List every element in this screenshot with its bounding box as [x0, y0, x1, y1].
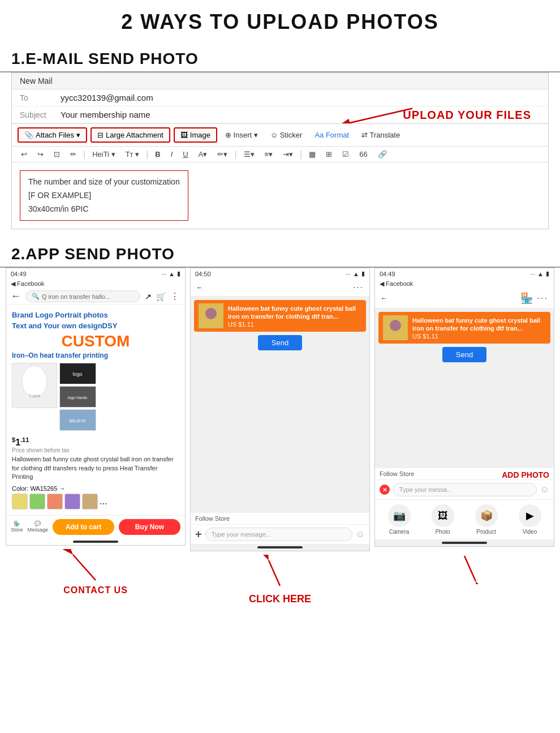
product-icon: 📦 — [475, 504, 498, 527]
phone2-more-icon[interactable]: ··· — [353, 282, 364, 293]
message-icon: 💬 — [35, 521, 41, 526]
phone3-send-btn[interactable]: Send — [442, 347, 486, 362]
shop-icon[interactable]: 🏪 — [520, 292, 533, 305]
phone3-network: Facebook — [386, 280, 413, 287]
phone3-home-bar — [442, 542, 487, 544]
main-title: 2 WAYS TO UPLOAD PHOTOS — [0, 0, 560, 40]
more-options-icon[interactable]: ⋮ — [170, 291, 180, 302]
plus-circle-icon: ⊕ — [225, 131, 231, 139]
phone3-emoji-btn[interactable]: ☺ — [540, 485, 549, 495]
align-btn[interactable]: ≡▾ — [261, 149, 277, 160]
swatch1[interactable] — [12, 494, 28, 509]
highlight-btn[interactable]: ✏▾ — [214, 149, 231, 160]
add-photo-arrow — [419, 550, 510, 584]
list-btn[interactable]: ☰▾ — [240, 149, 258, 160]
phone3-time: 04:49 — [380, 271, 395, 277]
image-btn[interactable]: 🖼 Image — [174, 127, 217, 143]
bold-btn[interactable]: B — [152, 149, 163, 160]
font-selector[interactable]: HeiTi ▾ — [89, 149, 118, 160]
svg-text:logo hands: logo hands — [68, 396, 88, 400]
insert-btn[interactable]: ⊕ Insert ▾ — [221, 128, 262, 142]
video-item[interactable]: ▶ Video — [519, 504, 541, 535]
phone1-swatches: ... — [12, 494, 179, 509]
phone1-color-row: Color: WA15265 → — [12, 483, 179, 494]
phone2-back-btn[interactable]: ← — [196, 284, 203, 292]
share-icon[interactable]: ↗ — [145, 292, 152, 301]
format-btn[interactable]: Aa Format — [310, 128, 354, 142]
svg-text:logo: logo — [72, 371, 82, 377]
phone3-back-btn[interactable]: ← — [381, 294, 387, 302]
swatch4[interactable] — [64, 494, 80, 509]
sticker-btn[interactable]: ☺ Sticker — [266, 128, 307, 142]
message-btn[interactable]: 💬 Message — [28, 521, 49, 533]
phone2-nav: ← ··· — [191, 279, 369, 297]
back-arrow-icon: ◀ — [11, 280, 15, 287]
large-attachment-label: Large Attachment — [106, 131, 163, 139]
battery-icon3: ▮ — [546, 270, 549, 277]
erase-btn[interactable]: ✏ — [67, 149, 80, 160]
font-size-selector[interactable]: Tт ▾ — [122, 149, 143, 160]
phone1-back-btn[interactable]: ← — [11, 290, 21, 302]
phone3-annotation — [374, 550, 554, 584]
body-line1: The number and size of your customizatio… — [28, 175, 180, 189]
large-attachment-btn[interactable]: ⊟ Large Attachment — [91, 127, 170, 143]
product-item[interactable]: 📦 Product — [475, 504, 498, 535]
quotes-btn[interactable]: 66 — [356, 149, 371, 160]
phone2-emoji-btn[interactable]: ☺ — [356, 529, 365, 539]
phone2-banner-text: Halloween bat funny cute ghost crystal b… — [228, 305, 361, 321]
phone3-follow-store: Follow Store ADD PHOTO — [375, 468, 554, 479]
to-value: yycc320139@gmail.com — [61, 93, 153, 102]
wifi-icon: ▲ — [169, 271, 175, 277]
attach-files-label: Attach Files — [36, 131, 74, 139]
more-swatches-icon[interactable]: ... — [100, 494, 107, 509]
phone2-chat-area — [191, 354, 369, 512]
attach-files-btn[interactable]: 📎 Attach Files ▾ — [18, 127, 87, 143]
phone2-message-box[interactable]: Type your message... — [205, 528, 352, 541]
phone3-message-box[interactable]: Type your messa... — [393, 483, 537, 496]
phone3-nav: ← 🏪 ··· — [375, 289, 554, 308]
phone3-more-icon[interactable]: ··· — [537, 293, 548, 303]
phone1-network: Facebook — [17, 280, 44, 287]
font-color-btn[interactable]: A▾ — [195, 149, 211, 160]
undo-btn[interactable]: ↩ — [18, 149, 31, 160]
photo-item[interactable]: 🖼 Photo — [432, 504, 454, 535]
buy-now-btn[interactable]: Buy Now — [119, 519, 180, 535]
cart-icon[interactable]: 🛒 — [156, 292, 166, 301]
redo-btn[interactable]: ↪ — [34, 149, 47, 160]
phone3-message-placeholder: Type your messa... — [399, 486, 452, 493]
phone1-status-bar: 04:49 ··· ▲ ▮ — [6, 268, 185, 279]
store-icon: 🏪 — [14, 521, 20, 526]
subject-value: Your membership name — [61, 110, 150, 119]
photo-label: Photo — [435, 529, 450, 535]
columns-btn[interactable]: ⊞ — [322, 149, 335, 160]
phone2-send-btn[interactable]: Send — [258, 335, 302, 350]
phone2-banner-info: Halloween bat funny cute ghost crystal b… — [228, 305, 361, 328]
subject-label: Subject — [20, 110, 54, 119]
phone1-search-bar[interactable]: 🔍 Q iron on transfer hallo... — [25, 290, 140, 302]
phone2-product-banner: Halloween bat funny cute ghost crystal b… — [194, 300, 366, 332]
back-arrow3-icon: ◀ — [380, 280, 384, 287]
italic-btn[interactable]: I — [167, 149, 176, 160]
store-btn[interactable]: 🏪 Store — [11, 521, 23, 533]
upload-arrow-area: UPLOAD YOUR FILES — [403, 109, 531, 122]
checkbox-btn[interactable]: ☑ — [339, 149, 352, 160]
phone3-x-btn[interactable]: ✕ — [380, 485, 390, 495]
add-to-cart-btn[interactable]: Add to cart — [53, 519, 114, 535]
translate-btn[interactable]: ⇄ Translate — [357, 128, 404, 142]
underline-btn[interactable]: U — [179, 149, 191, 160]
camera-label: Camera — [389, 529, 410, 535]
phone2: 04:50 ··· ▲ ▮ ← ··· — [190, 268, 370, 551]
link-btn[interactable]: 🔗 — [374, 149, 390, 160]
attach-toolbar: 📎 Attach Files ▾ ⊟ Large Attachment 🖼 Im… — [12, 123, 548, 147]
swatch5[interactable] — [82, 494, 98, 509]
copy-btn[interactable]: ⊡ — [50, 149, 63, 160]
swatch2[interactable] — [29, 494, 45, 509]
table-btn[interactable]: ▦ — [305, 149, 319, 160]
swatch3[interactable] — [47, 494, 63, 509]
follow-store-label: Follow Store — [380, 470, 414, 477]
indent-btn[interactable]: ⇥▾ — [279, 149, 296, 160]
camera-item[interactable]: 📷 Camera — [388, 504, 411, 535]
phone2-plus-btn[interactable]: + — [195, 528, 202, 541]
email-container: New Mail To yycc320139@gmail.com Subject… — [11, 72, 549, 229]
sticker-icon: ☺ — [270, 131, 278, 139]
